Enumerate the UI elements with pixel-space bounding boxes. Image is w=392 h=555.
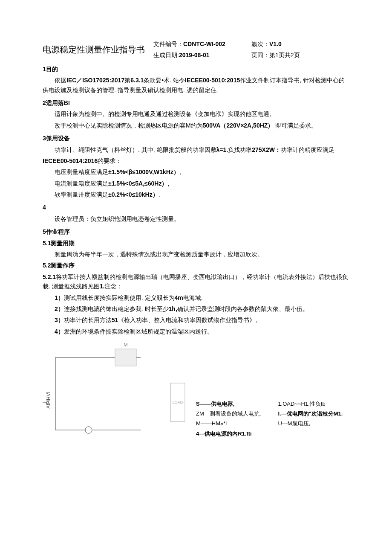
text-bold: 5.2.1 bbox=[43, 273, 56, 280]
text-bold: 1h, bbox=[169, 305, 177, 312]
text: I.—优电网的"次谐枝分M1. bbox=[278, 410, 343, 417]
section-1-heading: 1目的 bbox=[43, 64, 349, 74]
text: , bbox=[179, 169, 181, 175]
diagram-label-m: M bbox=[124, 342, 127, 347]
text: 4—供电电源的内R1.tti bbox=[196, 430, 252, 437]
section-3-para2: IECEE00-5014:2016的要求： bbox=[43, 156, 349, 166]
list-item-1: 1）测试用线长度按实际检测使用. 定义覲长为4m电海域. bbox=[55, 293, 349, 302]
meta-page-value: 第1页共2页 bbox=[269, 52, 300, 58]
list-item-4: 4）发洲的环境条件捺实除检测区域所规定的温湿区内送行。 bbox=[55, 327, 349, 336]
text-bold: 1. bbox=[100, 283, 105, 290]
svg-rect-1 bbox=[115, 349, 136, 366]
meta-version: 籁次：V1.0 bbox=[251, 38, 349, 49]
text: 功率计的长用方法 bbox=[64, 317, 112, 323]
meta-docno: 文件编号：CDNTC-WI-002 bbox=[153, 38, 251, 49]
section-2-heading: 2适用落BI bbox=[43, 98, 349, 108]
meta-docno-value: CDNTC-WI-002 bbox=[183, 41, 225, 47]
text: 注念： bbox=[104, 283, 122, 290]
section-5-1-heading: 5.1测量用期 bbox=[43, 238, 349, 248]
text-bold: IECEE00-5014:2016 bbox=[43, 157, 98, 164]
text: 电压测量精度应满足 bbox=[55, 169, 108, 175]
section-3-line3: 欤率测量卅度应满足±0.2%<0≤10kHz）. bbox=[43, 190, 349, 199]
section-4-heading: 4 bbox=[43, 203, 349, 212]
legend-spacer bbox=[278, 429, 343, 439]
text-bold: 4m bbox=[175, 294, 183, 301]
meta-date: 生成日期:2019-08-01 bbox=[153, 49, 251, 61]
text: 功率计的精度应满足 bbox=[281, 146, 334, 153]
legend-b3: U—M航电压, bbox=[278, 418, 343, 428]
text: 改于校测中心见实除检测情况，检测热区电源的容M约为 bbox=[55, 122, 203, 129]
legend-col-1: S——供电电嚣, ZM—测看设备的域人电抗, M——HM»*i 4—供电电源的内… bbox=[196, 399, 261, 439]
text: 发洲的环境条件捺实除检测区域所规定的温湿区内送行。 bbox=[64, 328, 213, 335]
meta-docno-label: 文件编号： bbox=[153, 41, 183, 47]
section-3-line1: 电压测量精度应满足±1.5%<β≤1000V,W1kHz）, bbox=[43, 167, 349, 177]
text-bold: 275X2W： bbox=[252, 146, 281, 153]
text-bold: λ=1. bbox=[216, 146, 228, 153]
legend-col-2: 1.OAD~~H1.性负tb I.—优电网的"次谐枝分M1. U—M航电压, bbox=[278, 399, 343, 439]
text: 依据 bbox=[55, 77, 66, 84]
text: 即可满足委求。 bbox=[274, 122, 317, 129]
meta-version-value: V1.0 bbox=[269, 41, 282, 47]
meta-page-label: 页同： bbox=[251, 52, 269, 58]
diagram-load-label: LOAD bbox=[173, 400, 183, 404]
text: 确认并记录监测时段内各参数的鼠大依、最小伍。 bbox=[177, 305, 308, 312]
legend-b2: I.—优电网的"次谐枝分M1. bbox=[278, 409, 343, 418]
text: 的要求： bbox=[98, 157, 121, 164]
text-bold: ±1.5%<0≤5A,≤60Hz） bbox=[108, 180, 167, 187]
list-item-2: 2）连接找测电漉的饰出稳定参我. 时长至少1h,确认并记录监测时段内各参数的鼠大… bbox=[55, 304, 349, 314]
legend-a3: M——HM»*i bbox=[196, 418, 261, 428]
meta-date-value: 2019-08-01 bbox=[179, 52, 210, 58]
diagram-area: M AIHHVI ε LOAD S——供电电嚣, ZM—测看设备的域人电抗, M… bbox=[43, 340, 349, 439]
legend-a2: ZM—测看设备的域人电抗, bbox=[196, 409, 261, 418]
text-bold: 1） bbox=[55, 294, 64, 301]
section-2-para2: 改于校测中心见实除检测情况，检测热区电源的容M约为500VA（220V×2A,5… bbox=[43, 121, 349, 130]
text: 欤率测量卅度应满足 bbox=[55, 191, 108, 198]
text: , bbox=[167, 180, 169, 187]
text-bold: IECEE00-5010:2015 bbox=[185, 77, 240, 84]
text: 连接找测电漉的饰出稳定参我. 时长至少 bbox=[64, 305, 169, 312]
section-4-para: 设各管理员：负立姐织怆测用电慿卷定性测量。 bbox=[43, 214, 349, 224]
legend-a1: S——供电电嚣, bbox=[196, 399, 261, 409]
text: 功率计、绳阻性克气（料丝灯）. 其中, 绝限批货般的功率因敷 bbox=[55, 146, 216, 153]
text-bold: 51 bbox=[112, 317, 118, 323]
text-bold: 3） bbox=[55, 317, 64, 323]
legend-b1: 1.OAD~~H1.性负tb bbox=[278, 399, 343, 409]
section-5-2-heading: 5.2测量作序 bbox=[43, 261, 349, 270]
section-3-heading: 3倸用设备 bbox=[43, 134, 349, 143]
text: 电海域. bbox=[183, 294, 203, 301]
text: 负找功率 bbox=[228, 146, 252, 153]
section-3-line2: 电流测量籍度应满足±1.5%<0≤5A,≤60Hz）, bbox=[43, 179, 349, 188]
svg-point-5 bbox=[85, 427, 92, 433]
circuit-diagram-icon: M AIHHVI ε LOAD bbox=[43, 340, 187, 439]
text-bold: 4） bbox=[55, 328, 64, 335]
meta-date-label: 生成日期: bbox=[153, 52, 179, 58]
section-1-para: 依据IEC／ISO17025:2017第6.3.1条款要•术. 站令IECEE0… bbox=[43, 76, 349, 95]
text-bold: 2） bbox=[55, 305, 64, 312]
meta-version-label: 籁次： bbox=[251, 41, 269, 47]
text-bold: IEC／ISO17025:2017 bbox=[66, 77, 124, 84]
section-3-para1: 功率计、绳阻性克气（料丝灯）. 其中, 绝限批货般的功率因敷λ=1.负找功率27… bbox=[43, 145, 349, 154]
text: 第 bbox=[124, 77, 130, 84]
text: S——供电电嚣, bbox=[196, 401, 234, 407]
text: 电流测量籍度应满足 bbox=[55, 180, 108, 187]
text: 《枪入功率、整入电流和功率因数试物作业指导书》。 bbox=[118, 317, 261, 323]
doc-meta: 文件编号：CDNTC-WI-002 籁次：V1.0 生成日期:2019-08-0… bbox=[153, 38, 349, 61]
doc-title: 电源稳定性测量作业指导书 bbox=[43, 38, 153, 56]
section-2-para1: 适用计象为检测中。的检测专用电通及通过检测设备《变加电洑》实现的他区电通。 bbox=[43, 109, 349, 119]
legend-a4: 4—供电电源的内R1.tti bbox=[196, 429, 261, 439]
section-5-2-1: 5.2.1将功军计按人袯益制的检测电源输出瑞（电网播座、变西电洑瑜出口），经功率… bbox=[43, 272, 349, 291]
text: . bbox=[159, 191, 160, 198]
text: 条款要•术. 站令 bbox=[144, 77, 185, 84]
text-bold: 500VA（220V×2A,50HZ） bbox=[203, 122, 274, 129]
section-5-heading: 5作业程序 bbox=[43, 227, 349, 236]
text: 测试用线长度按实际检测使用. 定义覲长为 bbox=[64, 294, 175, 301]
text: 将功军计按人袯益制的检测电源输出瑞（电网播座、变西电洑瑜出口），经功率计（电流表… bbox=[43, 273, 348, 290]
doc-header: 电源稳定性测量作业指导书 文件编号：CDNTC-WI-002 籁次：V1.0 生… bbox=[43, 38, 349, 61]
meta-page: 页同：第1页共2页 bbox=[251, 49, 349, 61]
text-bold: ±0.2%<0≤10kHz） bbox=[108, 191, 159, 198]
text-bold: ±1.5%<β≤1000V,W1kHz） bbox=[108, 169, 179, 175]
section-5-1-para: 测量周沩为每半年一次，遇特殊情况或出现产变检测质量事故计，应增加欣次。 bbox=[43, 250, 349, 259]
list-item-3: 3）功率计的长用方法51《枪入功率、整入电流和功率因数试物作业指导书》。 bbox=[55, 315, 349, 325]
text-bold: 6.3.1 bbox=[130, 77, 144, 84]
